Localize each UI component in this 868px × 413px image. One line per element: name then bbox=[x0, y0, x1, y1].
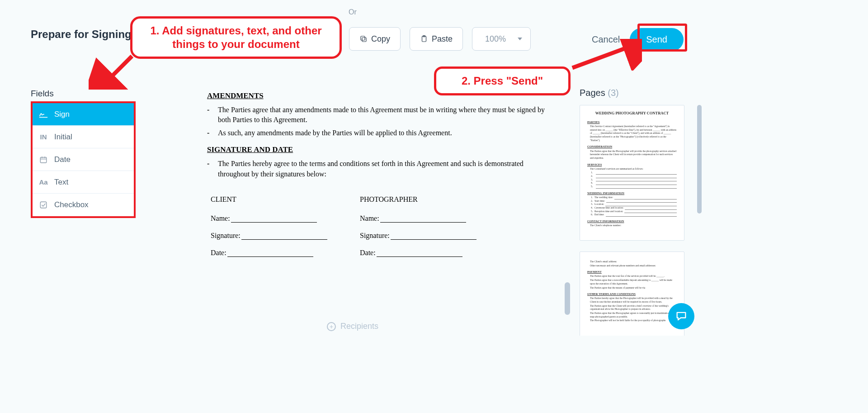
document-preview[interactable]: AMENDMENTS -The Parties agree that any a… bbox=[194, 84, 547, 266]
signature-label: Signature: bbox=[211, 232, 241, 240]
signature-row: CLIENT Name: Signature: Date: PHOTOGRAPH… bbox=[211, 195, 547, 266]
annotation-arrow-1 bbox=[89, 53, 138, 90]
paste-label: Paste bbox=[432, 34, 453, 44]
date-label: Date: bbox=[211, 249, 226, 257]
plus-icon: + bbox=[327, 322, 336, 331]
thumb-title: WEDDING PHOTOGRAPHY CONTRACT bbox=[587, 111, 677, 116]
date-icon bbox=[39, 155, 48, 164]
recipients-button[interactable]: + Recipients bbox=[327, 322, 378, 331]
paste-icon bbox=[420, 35, 428, 43]
initial-icon: IN bbox=[39, 133, 48, 142]
copy-icon bbox=[359, 35, 368, 43]
name-label: Name: bbox=[360, 214, 379, 223]
thumb-text: End time: bbox=[594, 213, 604, 217]
recipients-label: Recipients bbox=[340, 322, 378, 331]
doc-bullet: -The Parties hereby agree to the terms a… bbox=[207, 159, 547, 179]
thumb-text: The Client's telephone number: bbox=[590, 224, 677, 228]
signature-label: Signature: bbox=[360, 232, 390, 240]
thumb-text: The Parties agree that the Photographer … bbox=[590, 150, 677, 160]
svg-rect-5 bbox=[40, 157, 47, 162]
doc-bullet-text: As such, any amendments made by the Part… bbox=[218, 128, 452, 138]
thumb-text: Reception time and location: bbox=[594, 210, 623, 214]
thumb-text: Location: bbox=[594, 203, 604, 206]
pages-heading: Pages (3) bbox=[580, 88, 619, 98]
help-chat-button[interactable] bbox=[668, 303, 694, 329]
thumb-text: The Parties agree that the total fee of … bbox=[590, 275, 677, 278]
thumb-text: This Service Contract Agreement (hereina… bbox=[590, 125, 677, 142]
field-date-label: Date bbox=[54, 155, 71, 164]
thumb-text: The Parties agree that the Client will p… bbox=[590, 304, 677, 311]
sign-icon bbox=[39, 110, 48, 119]
svg-rect-9 bbox=[40, 202, 47, 208]
thumb-section: CONSIDERATION bbox=[587, 144, 677, 148]
thumb-section: PARTIES bbox=[587, 120, 677, 124]
photographer-title: PHOTOGRAPHER bbox=[360, 195, 509, 204]
annotation-step-1: 1. Add signatures, text, and other thing… bbox=[130, 16, 342, 59]
doc-amendments-heading: AMENDMENTS bbox=[207, 91, 547, 100]
name-label: Name: bbox=[211, 214, 230, 223]
field-date[interactable]: Date bbox=[33, 148, 134, 171]
thumb-text: The Parties agree that a non-refundable … bbox=[590, 279, 677, 285]
thumb-section: OTHER TERMS AND CONDITIONS bbox=[587, 292, 677, 296]
thumb-section: PAYMENT bbox=[587, 270, 677, 274]
thumb-text: The Consultant's services are summarized… bbox=[590, 167, 677, 171]
thumb-text: Ceremony time and location: bbox=[594, 206, 623, 210]
thumb-text: The wedding date: bbox=[594, 196, 613, 199]
page-thumb-1[interactable]: WEDDING PHOTOGRAPHY CONTRACT PARTIES Thi… bbox=[580, 105, 684, 241]
zoom-value: 100% bbox=[485, 34, 506, 44]
pages-heading-text: Pages bbox=[580, 88, 605, 98]
text-icon: Aa bbox=[39, 178, 48, 187]
field-sign[interactable]: Sign bbox=[33, 103, 134, 126]
field-text[interactable]: Aa Text bbox=[33, 171, 134, 194]
thumb-text: Other necessary and relevant phone numbe… bbox=[590, 264, 677, 268]
thumb-text: The Client's email address: bbox=[590, 260, 677, 264]
svg-rect-0 bbox=[362, 38, 366, 42]
document-scrollbar[interactable] bbox=[565, 282, 570, 315]
doc-bullet: -The Parties agree that any amendments m… bbox=[207, 105, 547, 125]
page-thumb-2[interactable]: The Client's email address: Other necess… bbox=[580, 252, 684, 336]
photographer-column: PHOTOGRAPHER Name: Signature: Date: bbox=[360, 195, 509, 266]
thumb-section: WEDDING INFORMATION bbox=[587, 191, 677, 195]
chat-icon bbox=[675, 310, 688, 323]
fields-heading: Fields bbox=[31, 89, 54, 99]
field-initial-label: Initial bbox=[54, 133, 72, 142]
date-label: Date: bbox=[360, 249, 376, 257]
pages-count: (3) bbox=[608, 88, 618, 98]
doc-bullet-text: The Parties agree that any amendments ma… bbox=[218, 105, 547, 125]
field-text-label: Text bbox=[54, 178, 68, 187]
client-column: CLIENT Name: Signature: Date: bbox=[211, 195, 360, 266]
field-checkbox-label: Checkbox bbox=[54, 200, 89, 209]
client-title: CLIENT bbox=[211, 195, 360, 204]
thumb-text: The Parties agree that the Photographer … bbox=[590, 312, 677, 318]
checkbox-icon bbox=[39, 200, 48, 209]
doc-bullet-text: The Parties hereby agree to the terms an… bbox=[218, 159, 547, 179]
paste-button[interactable]: Paste bbox=[410, 27, 463, 51]
toolbar: Copy Paste 100% bbox=[349, 27, 531, 51]
thumb-section: SERVICES bbox=[587, 162, 677, 166]
field-initial[interactable]: IN Initial bbox=[33, 126, 134, 148]
chevron-down-icon bbox=[518, 38, 522, 40]
zoom-select[interactable]: 100% bbox=[472, 27, 531, 51]
thumb-text: The Photographer will not be held liable… bbox=[590, 319, 677, 323]
doc-bullet: -As such, any amendments made by the Par… bbox=[207, 128, 547, 138]
thumb-text: The Parties agree that the means of paym… bbox=[590, 286, 677, 290]
window-scrollbar[interactable] bbox=[697, 105, 702, 214]
svg-rect-1 bbox=[361, 36, 365, 40]
copy-button[interactable]: Copy bbox=[349, 27, 401, 51]
field-checkbox[interactable]: Checkbox bbox=[33, 194, 134, 216]
thumb-section: CONTACT INFORMATION bbox=[587, 219, 677, 223]
page-thumbnails: WEDDING PHOTOGRAPHY CONTRACT PARTIES Thi… bbox=[580, 105, 684, 336]
field-sign-label: Sign bbox=[54, 110, 70, 119]
fields-panel: Sign IN Initial Date Aa Text Checkbox bbox=[31, 101, 136, 218]
thumb-text: The Parties hereby agree that the Photog… bbox=[590, 297, 677, 304]
annotation-arrow-2 bbox=[570, 39, 642, 71]
copy-label: Copy bbox=[371, 34, 390, 44]
thumb-text: Start time: bbox=[594, 199, 605, 203]
or-divider: Or bbox=[349, 8, 357, 16]
doc-signature-heading: SIGNATURE AND DATE bbox=[207, 145, 547, 154]
page-title: Prepare for Signing bbox=[31, 28, 132, 41]
